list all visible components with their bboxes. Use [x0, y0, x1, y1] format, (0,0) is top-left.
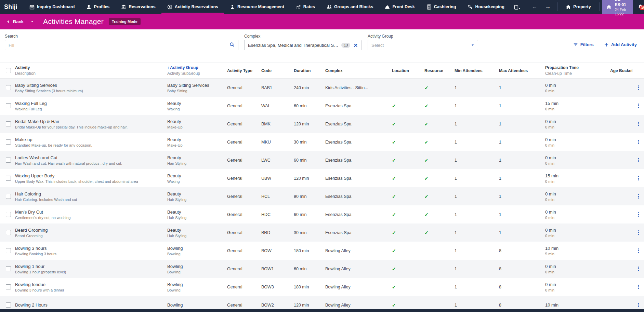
divider — [599, 2, 600, 11]
filters-button[interactable]: Filters — [573, 42, 594, 47]
select-all-checkbox[interactable] — [6, 68, 11, 73]
table-row[interactable]: Waxing Upper BodyUpper Body Wax. This in… — [0, 169, 644, 187]
nav-item-resource-management[interactable]: Resource Management — [224, 0, 290, 14]
row-checkbox[interactable] — [6, 139, 11, 145]
cleanup-time: 0 min — [545, 234, 593, 238]
search-icon[interactable] — [229, 42, 235, 48]
location-flag: ✓ — [387, 242, 419, 260]
header-activity-group-sort[interactable]: ↑Activity Group — [167, 65, 224, 70]
nav-item-inquiry-dashboard[interactable]: Inquiry Dashboard — [24, 0, 80, 14]
key-icon — [468, 4, 473, 10]
row-menu-icon[interactable] — [636, 283, 640, 290]
table-row[interactable]: Beard GroomingBeard GroomingBeautyHair S… — [0, 223, 644, 242]
row-menu-icon[interactable] — [636, 84, 640, 91]
notifications-button[interactable]: 38 — [633, 4, 644, 10]
activity-code: BRD — [261, 230, 290, 235]
header-duration: Duration — [294, 68, 322, 73]
row-checkbox[interactable] — [6, 248, 11, 253]
house-icon — [566, 4, 571, 10]
row-menu-icon[interactable] — [636, 120, 640, 127]
resource-flag: ✓ — [419, 223, 449, 242]
activity-name: Bowling 2 Hours — [15, 302, 164, 308]
property-button[interactable]: Property — [560, 4, 596, 10]
activity-subgroup: Waxing — [167, 107, 224, 111]
table-row[interactable]: Bowling fondueBowling 3 hours with a din… — [0, 278, 644, 296]
row-menu-icon[interactable] — [636, 211, 640, 218]
row-menu-icon[interactable] — [636, 301, 640, 309]
age-bucket — [596, 79, 632, 97]
row-checkbox[interactable] — [6, 266, 11, 271]
duration: 120 min — [294, 303, 322, 308]
location-flag: ✓ — [387, 278, 419, 296]
activity-subgroup: Hair Styling — [167, 216, 224, 220]
activity-description: Bowling Booking 3 hours — [15, 252, 164, 256]
row-checkbox[interactable] — [6, 230, 11, 235]
person-icon — [86, 4, 91, 10]
nav-item-cashiering[interactable]: Cashiering — [421, 0, 462, 14]
table-row[interactable]: Bowling 1 hourBowling 1 hour (property l… — [0, 260, 644, 278]
notification-count-badge: 38 — [640, 5, 644, 10]
max-attendees: 1 — [499, 212, 537, 217]
table-row[interactable]: Baby Sitting ServicesBaby Sitting Servic… — [0, 79, 644, 97]
row-checkbox[interactable] — [6, 284, 11, 289]
activity-code: BOW1 — [261, 267, 290, 271]
nav-item-profiles[interactable]: Profiles — [80, 0, 115, 14]
row-menu-icon[interactable] — [636, 175, 640, 182]
activity-group: Beauty — [167, 119, 224, 124]
activity-type: General — [227, 303, 258, 308]
check-icon: ✓ — [392, 266, 416, 272]
nav-item-housekeeping[interactable]: Housekeeping — [462, 0, 510, 14]
search-input[interactable] — [9, 43, 229, 48]
row-checkbox[interactable] — [6, 194, 11, 199]
nav-item-rates[interactable]: Rates — [290, 0, 321, 14]
age-bucket — [596, 223, 632, 242]
clear-complex-icon[interactable]: ✕ — [353, 43, 358, 48]
back-button[interactable]: Back — [6, 19, 24, 24]
row-menu-icon[interactable] — [636, 265, 640, 272]
age-bucket — [596, 260, 632, 278]
min-attendees: 1 — [455, 122, 490, 126]
table-row[interactable]: Men's Dry CutGentlement's dry cut, no wa… — [0, 205, 644, 223]
building-icon — [121, 4, 126, 10]
activity-name: Bowling fondue — [15, 282, 164, 287]
row-menu-icon[interactable] — [636, 193, 640, 200]
table-row[interactable]: Make-upStandard Make-up, be ready for an… — [0, 133, 644, 151]
row-checkbox[interactable] — [6, 302, 11, 308]
training-mode-badge: Training Mode — [109, 18, 141, 25]
activity-group-placeholder: Select — [371, 43, 471, 48]
row-menu-icon[interactable] — [636, 229, 640, 236]
row-menu-icon[interactable] — [636, 138, 640, 146]
table-row[interactable]: Bridal Make-Up & HairBridal Make-Up for … — [0, 115, 644, 133]
nav-item-groups-and-blocks[interactable]: Groups and Blocks — [321, 0, 379, 14]
row-menu-icon[interactable] — [636, 157, 640, 164]
resource-flag — [419, 242, 449, 260]
history-forward-icon[interactable]: → — [541, 3, 555, 10]
row-checkbox[interactable] — [6, 176, 11, 181]
add-activity-button[interactable]: Add Activity — [604, 42, 637, 47]
history-back-icon[interactable]: ← — [528, 3, 541, 10]
back-dropdown-icon[interactable] — [30, 20, 34, 23]
row-checkbox[interactable] — [6, 103, 11, 108]
row-checkbox[interactable] — [6, 85, 11, 90]
row-checkbox[interactable] — [6, 121, 11, 126]
activity-type: General — [227, 158, 258, 163]
complex-select[interactable]: Esenzias Spa, Medical and Therapeutical … — [244, 40, 362, 50]
activity-group-select[interactable]: Select — [368, 40, 478, 50]
search-box — [5, 40, 238, 50]
clipboard-icon[interactable] — [510, 4, 522, 10]
row-checkbox[interactable] — [6, 212, 11, 217]
nav-item-reservations[interactable]: Reservations — [115, 0, 161, 14]
table-row[interactable]: Bowling 3 hoursBowling Booking 3 hoursBo… — [0, 242, 644, 260]
row-menu-icon[interactable] — [636, 247, 640, 254]
row-checkbox[interactable] — [6, 158, 11, 163]
complex-count-badge: 13 — [341, 43, 350, 48]
property-session-badge[interactable]: SO-ES-01 24 Feb 16:22 — [602, 0, 632, 14]
table-row[interactable]: Hair ColoringHair Coloring. Includes Was… — [0, 187, 644, 205]
nav-item-activity-reservations[interactable]: Activity Reservations — [161, 0, 224, 14]
table-row[interactable]: Waxing Full LegWaxing Full LegBeautyWaxi… — [0, 97, 644, 115]
activity-group: Bowling — [167, 264, 224, 269]
row-menu-icon[interactable] — [636, 102, 640, 109]
nav-item-front-desk[interactable]: Front Desk — [379, 0, 420, 14]
min-attendees: 1 — [455, 176, 490, 181]
table-row[interactable]: Ladies Wash and CutHair Wash and cut. Ha… — [0, 151, 644, 169]
